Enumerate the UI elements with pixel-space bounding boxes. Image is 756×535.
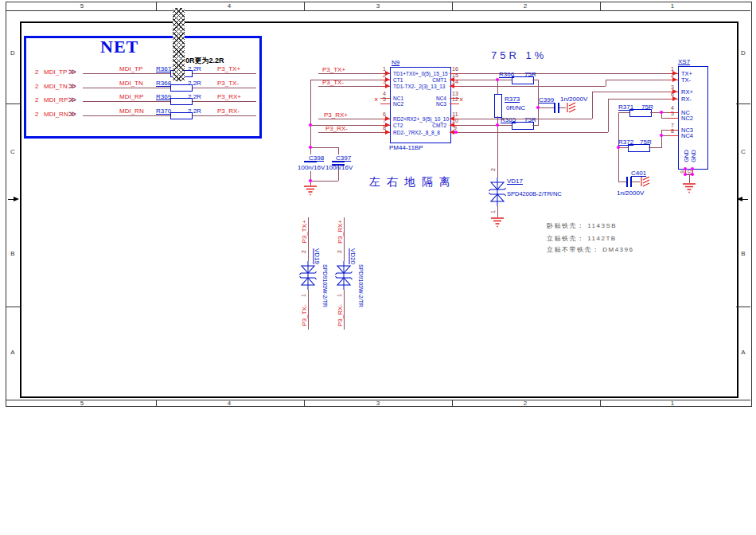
frame-strip-top (6, 10, 750, 11)
junction-dot (309, 123, 312, 127)
ground-icon (489, 217, 505, 228)
junction-dot (684, 167, 687, 170)
junction-dot (691, 173, 694, 176)
port-label: MDI_RN (44, 111, 68, 118)
tvs-diode-vd19[interactable] (299, 261, 317, 290)
sheet-ref: 2 (35, 111, 38, 118)
pin-arrow-icon (450, 77, 454, 82)
zone-tick (6, 103, 20, 104)
junction-dot (660, 111, 663, 114)
modification-hatch-mark (173, 8, 185, 81)
ic-part-number: PM44-11BP (389, 144, 423, 151)
net-label: MDI_TN (119, 80, 143, 87)
wire (344, 217, 345, 261)
wire (318, 119, 380, 119)
pin-stub (668, 118, 678, 119)
net-label: P3_RX- (217, 107, 240, 115)
zone-row-label: A (9, 349, 17, 356)
pin-number: 2 (337, 250, 342, 253)
junction-dot (684, 173, 687, 176)
pin-arrow-icon (385, 116, 390, 121)
capacitor-value: 1n/2000V (560, 96, 587, 103)
capacitor-c399[interactable] (554, 103, 555, 113)
resistor-ref: R365 (501, 116, 516, 123)
wire (459, 119, 592, 119)
net-label: P3_TX+ (301, 220, 308, 243)
diode-ref: VD19 (314, 248, 321, 264)
resistor-value: 2.2R (188, 80, 201, 87)
zone-tick (6, 307, 20, 307)
zone-row-label: A (739, 349, 747, 356)
zone-col-label: 1 (668, 2, 676, 10)
port-label: MDI_TP (44, 68, 67, 76)
pin-name: RX- (681, 96, 692, 103)
pin-name: NC4 (414, 96, 446, 101)
zone-tick (736, 307, 750, 307)
capacitor-value: 100n/16V (298, 164, 325, 171)
tvs-diode-vd17[interactable] (489, 178, 506, 206)
resistor-r373[interactable] (494, 94, 502, 118)
pin-name: GND (691, 150, 696, 162)
diode-ref: VD20 (349, 248, 357, 264)
pin-arrow-icon (450, 123, 454, 127)
port-label: MDI_TN (44, 83, 68, 90)
bom-note: 立贴不带铁壳： DM4396 (547, 245, 633, 254)
zone-row-label: C (9, 148, 17, 155)
pin-arrow-icon (672, 96, 677, 101)
wire (308, 217, 309, 261)
net-label: P3_RX+ (337, 220, 344, 244)
wire (689, 174, 690, 183)
pin-number: 1 (490, 210, 496, 213)
sheet-ref: 2 (35, 96, 38, 103)
pin-arrow-icon (450, 116, 454, 121)
net-label: MDI_RP (119, 93, 143, 100)
wire (459, 132, 608, 133)
capacitor-c401[interactable] (626, 177, 628, 187)
resistor-ref: R370 (156, 107, 171, 115)
resistor-ref: R371 (618, 103, 633, 111)
wire (538, 107, 554, 108)
wire (308, 290, 309, 330)
wire (310, 147, 338, 148)
wire (318, 132, 380, 133)
pin-name: NC2 (393, 101, 403, 107)
zone-tick (156, 400, 157, 406)
pin-name: TD1-TX2-_2(3)_13_13 (393, 84, 445, 89)
wire (459, 125, 512, 126)
junction-dot (309, 146, 312, 149)
wire (592, 92, 678, 92)
tvs-diode-vd20[interactable] (335, 261, 353, 290)
resistor-ref: R373 (505, 96, 520, 103)
sheet-ref: 2 (35, 68, 38, 76)
junction-dot (660, 134, 663, 137)
zone-row-label: B (739, 250, 747, 257)
pin-arrow-icon (385, 77, 390, 82)
wire (618, 182, 626, 182)
resistor-value: 75R (524, 116, 536, 123)
zone-col-label: 5 (78, 2, 86, 10)
pin-arrow-icon (672, 89, 677, 94)
wire (606, 80, 606, 86)
pin-name: CMT2 (414, 123, 446, 128)
pin-stub (380, 103, 390, 104)
wire (649, 147, 661, 148)
resistor-value: 75R (640, 139, 652, 146)
wire (661, 130, 662, 148)
ground-icon (302, 185, 318, 197)
net-label: P3_TX- (217, 80, 239, 87)
port-chevron-icon: >> (68, 82, 75, 91)
pin-name: RX+ (681, 88, 693, 96)
termination-title: 75R 1% (491, 49, 547, 61)
wire (83, 73, 256, 74)
resistor-ref: R367 (156, 65, 171, 72)
isolation-note: 左右地隔离 (369, 175, 457, 189)
net-label: P3_TX- (301, 304, 308, 326)
zone-col-label: 3 (374, 400, 382, 407)
resistor-ref: R368 (156, 80, 171, 87)
diode-part-number: SPD9103W-2/TR (322, 264, 328, 307)
capacitor-ref: C397 (336, 154, 351, 162)
pin-number: 2 (301, 250, 306, 253)
pin-arrow-icon (450, 84, 454, 88)
pin-number: 5 (380, 96, 389, 102)
zone-tick (452, 2, 453, 10)
